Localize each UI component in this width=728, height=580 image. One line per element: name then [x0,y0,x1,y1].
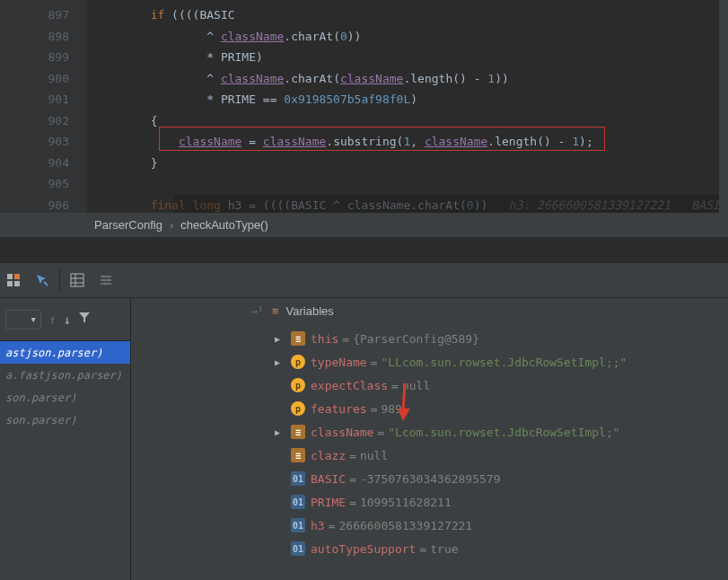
pin-icon[interactable]: →ˡ [248,304,261,318]
frames-header: ▾ ↑ ↓ [0,298,130,341]
line-number: 901 [0,89,69,110]
expand-icon[interactable]: ▶ [275,357,280,367]
variables-list[interactable]: ▶≡this={ParserConfig@589} ▶ptypeName="LL… [131,323,728,580]
frames-list[interactable]: astjson.parser) a.fastjson.parser) son.p… [0,341,130,580]
vertical-scrollbar[interactable] [719,0,728,213]
frame-item[interactable]: a.fastjson.parser) [0,364,130,386]
param-icon: p [291,378,305,392]
var-name: autoTypeSupport [311,542,416,556]
var-row-clazz[interactable]: ≡clazz=null [131,444,728,467]
var-value: -3750763034362895579 [360,472,501,486]
var-name: clazz [311,449,346,462]
code-line-897: if ((((BASIC [94,4,728,26]
var-value: 1099511628211 [360,496,452,509]
editor-bottom-fade [174,195,719,213]
number: 1 [487,72,495,85]
eq: = [329,519,336,532]
ident: BASIC [199,8,234,22]
eq: = [349,496,356,509]
number-icon: 01 [291,541,305,556]
frame-item[interactable]: son.parser) [0,409,130,431]
variables-header: →ˡ ≡ Variables [131,298,728,323]
svg-point-12 [102,276,105,278]
breadcrumb-method[interactable]: checkAutoType() [180,218,268,232]
settings-icon[interactable] [98,272,114,288]
brace: { [151,114,158,127]
prev-frame-icon[interactable]: ↑ [48,312,56,327]
line-number-gutter: 897 898 899 900 901 902 903 904 905 906 [0,0,87,213]
op: ^ [206,72,221,85]
chevron-down-icon: ▾ [30,312,37,326]
text: * PRIME == [206,92,284,106]
number: 0 [340,30,347,43]
code-line-900: ^ className.charAt(className.length() - … [94,68,728,90]
svg-rect-1 [14,274,20,279]
var-row-typeName[interactable]: ▶ptypeName="LLcom.sun.rowset.JdbcRowSetI… [131,350,728,373]
eq: = [349,449,356,462]
var-name: h3 [311,519,325,532]
expand-icon[interactable]: ▶ [275,334,280,344]
code-line-898: ^ className.charAt(0)) [94,26,728,48]
var-row-className[interactable]: ▶≡className="Lcom.sun.rowset.JdbcRowSetI… [131,420,728,444]
var-value: 2666600581339127221 [338,519,472,532]
line-number: 898 [0,26,69,48]
variables-title: Variables [286,304,334,318]
line-number: 903 [0,131,69,153]
svg-rect-2 [7,281,13,286]
var-value: 989 [381,402,401,416]
var-name: typeName [311,356,367,369]
number-icon: 01 [291,518,305,532]
var-row-PRIME[interactable]: 01PRIME=1099511628211 [131,490,728,514]
var-name: this [311,332,338,346]
cursor-action-icon[interactable] [34,272,50,288]
param-icon: p [291,355,305,369]
breadcrumb-class[interactable]: ParserConfig [94,218,162,232]
punct: )) [347,30,362,43]
var-row-h3[interactable]: 01h3=2666600581339127221 [131,514,728,537]
eq: = [419,542,426,556]
svg-rect-5 [71,274,83,286]
filter-icon[interactable] [78,312,91,327]
var-row-BASIC[interactable]: 01BASIC=-3750763034362895579 [131,467,728,490]
debugger-panel: ▾ ↑ ↓ astjson.parser) a.fastjson.parser)… [0,298,728,580]
method: .charAt( [284,72,340,85]
debugger-toolbar [0,262,728,298]
expand-icon[interactable]: ▶ [275,427,280,437]
var-name: className [311,426,373,439]
table-view-icon[interactable] [69,272,85,288]
svg-rect-3 [14,281,20,286]
next-frame-icon[interactable]: ↓ [63,312,70,327]
code-editor[interactable]: if ((((BASIC ^ className.charAt(0)) * PR… [87,0,728,213]
code-line-904: } [94,153,728,174]
frame-label: son.parser) [5,414,76,426]
line-number: 900 [0,68,69,90]
frame-item[interactable]: son.parser) [0,386,130,409]
param-icon: p [291,401,305,416]
var-value: "LLcom.sun.rowset.JdbcRowSetImpl;;" [381,356,627,369]
var-value: {ParserConfig@589} [353,332,479,346]
line-number: 906 [0,195,69,214]
thread-dropdown[interactable]: ▾ [5,310,41,330]
var-row-features[interactable]: pfeatures=989 [131,397,728,420]
var-row-autoTypeSupport[interactable]: 01autoTypeSupport=true [131,537,728,560]
svg-line-4 [44,282,48,286]
list-icon: ≡ [272,304,279,318]
number-hex: 0x9198507b5af98f0L [284,92,410,106]
var-row-expectClass[interactable]: pexpectClass=null [131,373,728,397]
frame-item[interactable]: astjson.parser) [0,341,130,364]
eq: = [391,379,399,392]
eq: = [349,472,356,486]
line-number: 905 [0,173,69,195]
chevron-right-icon: › [170,218,173,232]
var-name: BASIC [311,472,346,486]
layout-icon[interactable] [5,272,22,288]
object-icon: ≡ [291,331,305,346]
line-number: 904 [0,153,69,174]
var-className: className [221,72,284,85]
object-icon: ≡ [291,425,305,439]
line-number: 897 [0,4,69,26]
var-className: className [340,72,403,85]
method: .length() - [403,72,487,85]
var-row-this[interactable]: ▶≡this={ParserConfig@589} [131,327,728,350]
editor-area: 897 898 899 900 901 902 903 904 905 906 … [0,0,728,213]
